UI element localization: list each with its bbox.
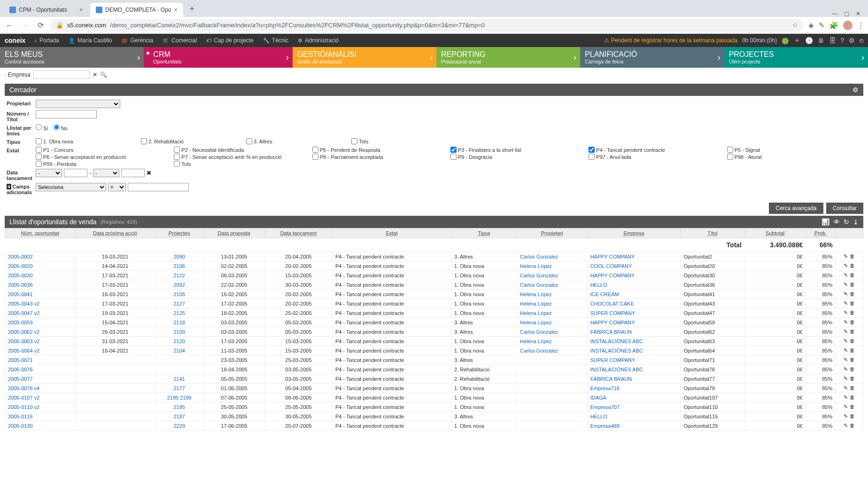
minimize-icon[interactable]: — <box>832 10 837 17</box>
module-yellow[interactable]: GESTIÓ/ANÀLISIGràfic de producció› <box>293 47 436 68</box>
camps-op-select[interactable]: = <box>108 183 126 191</box>
cell-propietari[interactable]: Carlos Gonzalez <box>517 252 587 261</box>
close-icon[interactable]: × <box>79 7 83 13</box>
column-header[interactable]: Tipus <box>451 228 517 238</box>
date-from-month[interactable]: - <box>36 169 62 177</box>
reload-icon[interactable]: ⟳ <box>36 19 46 31</box>
camps-value-input[interactable] <box>128 183 189 191</box>
plus-icon[interactable]: + <box>7 184 11 189</box>
edit-icon[interactable]: ✎ <box>844 366 848 372</box>
module-grey[interactable]: ELS MEUSControl accessos› <box>0 47 144 68</box>
estat-checkbox[interactable]: P97 - Anul·lada <box>589 154 723 160</box>
cell-num[interactable]: 2005-0071 <box>5 355 76 365</box>
delete-icon[interactable]: 🗑 <box>850 291 855 297</box>
tipus-checkbox[interactable]: 2. Rehabilitació <box>141 138 242 144</box>
date-to-month[interactable]: - <box>93 169 119 177</box>
extensions-icon[interactable]: 🧩 <box>829 21 838 30</box>
cell-propietari[interactable] <box>517 365 587 374</box>
cell-empresa[interactable]: IDAGA <box>587 393 681 402</box>
cell-proj[interactable] <box>155 365 203 374</box>
menu-icon[interactable]: ⋮ <box>857 21 864 30</box>
delete-icon[interactable]: 🗑 <box>850 300 855 306</box>
cell-propietari[interactable] <box>517 393 587 402</box>
cell-propietari[interactable]: Helena López <box>517 261 587 271</box>
edit-icon[interactable]: ✎ <box>844 385 848 391</box>
close-icon[interactable]: × <box>174 7 177 13</box>
cell-proj[interactable]: 2187 <box>155 412 203 421</box>
cell-empresa[interactable]: HELLO <box>587 412 681 421</box>
camps-field-select[interactable]: Selecciona <box>36 183 106 191</box>
export-icon[interactable]: ⤓ <box>853 218 859 226</box>
estat-checkbox[interactable]: P4 - Tancat pendent contracte <box>589 147 723 153</box>
edit-icon[interactable]: ✎ <box>844 310 848 316</box>
module-green[interactable]: REPORTINGPressupost anual› <box>436 47 580 68</box>
edit-icon[interactable]: ✎ <box>844 376 848 382</box>
edit-icon[interactable]: ✎ <box>844 291 848 297</box>
numero-input[interactable] <box>36 110 97 118</box>
column-header[interactable]: Data tancament <box>265 228 333 238</box>
ext-icon[interactable]: ◈ <box>808 21 814 30</box>
column-header[interactable]: Subtotal <box>744 228 806 238</box>
radio-si[interactable]: Sí <box>36 126 48 131</box>
estat-checkbox[interactable]: P5 - Signat <box>727 147 861 153</box>
tipus-checkbox[interactable]: 1. Obra nova <box>36 138 137 144</box>
cell-empresa[interactable]: Empresa489 <box>587 421 681 431</box>
edit-icon[interactable]: ✎ <box>844 404 848 410</box>
cell-num[interactable]: 2005-0047 v2 <box>5 308 76 318</box>
delete-icon[interactable]: 🗑 <box>850 394 855 401</box>
edit-icon[interactable]: ✎ <box>844 394 848 401</box>
edit-icon[interactable]: ✎ <box>844 347 848 354</box>
cell-propietari[interactable]: Helena López <box>517 318 587 327</box>
estat-checkbox[interactable]: P7 - Sense acceptació amb % en producció <box>174 154 308 160</box>
cell-empresa[interactable]: HAPPY COMPANY <box>587 252 681 261</box>
maximize-icon[interactable]: ▢ <box>844 10 849 17</box>
menu-tecnic[interactable]: 🔧Tècnic <box>263 37 288 44</box>
cell-empresa[interactable]: SUPER COMPANY <box>587 308 681 318</box>
cell-num[interactable]: 2005-0078 v4 <box>5 384 76 393</box>
delete-icon[interactable]: 🗑 <box>850 385 855 391</box>
menu-portada[interactable]: ⌂Portada <box>34 37 59 44</box>
delete-icon[interactable]: 🗑 <box>850 357 855 363</box>
cell-propietari[interactable]: Helena López <box>517 337 587 346</box>
cell-empresa[interactable]: Empresa707 <box>587 402 681 412</box>
new-tab-button[interactable]: + <box>185 1 200 17</box>
cell-empresa[interactable]: SUPER COMPANY <box>587 355 681 365</box>
browser-tab-0[interactable]: CPM - Oportunitats × <box>4 3 88 17</box>
tipus-checkbox[interactable]: 3. Altres <box>246 138 348 144</box>
delete-icon[interactable]: 🗑 <box>850 282 855 288</box>
column-header[interactable]: Data pròxima acció <box>75 228 155 238</box>
estat-checkbox[interactable]: P3 - Finalistes a la short list <box>450 147 585 153</box>
edit-icon[interactable]: ✎ <box>844 282 848 288</box>
cell-num[interactable]: 2005-0116 <box>5 412 76 421</box>
cell-propietari[interactable] <box>517 384 587 393</box>
edit-icon[interactable]: ✎ <box>844 423 848 429</box>
cell-empresa[interactable]: INSTALACIÓNES ABC <box>587 346 681 355</box>
cell-empresa[interactable]: ICE CREAM <box>587 290 681 299</box>
estat-checkbox[interactable]: P8 - Parcialment acceptada <box>312 154 447 160</box>
cell-num[interactable]: 2005-0002 <box>5 252 76 261</box>
column-header[interactable]: Propietari <box>517 228 587 238</box>
delete-icon[interactable]: 🗑 <box>850 423 855 429</box>
cell-num[interactable]: 2005-0059 <box>5 318 76 327</box>
delete-icon[interactable]: 🗑 <box>850 253 855 259</box>
delete-icon[interactable]: 🗑 <box>850 272 855 278</box>
browser-tab-1[interactable]: DEMO_COMPLETA - Opo × <box>90 3 183 17</box>
chart-icon[interactable]: 📊 <box>822 218 829 226</box>
estat-checkbox[interactable]: Tots <box>174 161 308 167</box>
cell-empresa[interactable]: INSTALACIÓNES ABC <box>587 337 681 346</box>
module-blue[interactable]: PLANIFICACIÓCàrrega de feina› <box>580 47 724 68</box>
cell-propietari[interactable]: Helena López <box>517 290 587 299</box>
edit-icon[interactable]: ✎ <box>844 413 848 419</box>
cell-num[interactable]: 2005-0036 <box>5 280 76 290</box>
propietari-select[interactable] <box>36 100 120 108</box>
cell-propietari[interactable]: Carlos Gonzalez <box>517 327 587 337</box>
menu-gerencia[interactable]: 💼Gerència <box>121 37 153 44</box>
clear-icon[interactable]: ✕ <box>93 71 97 78</box>
column-header[interactable]: Núm. oportunitat <box>5 228 76 238</box>
module-pink[interactable]: CRMOportunitats› <box>144 47 292 68</box>
edit-icon[interactable]: ✎ <box>844 329 848 335</box>
column-header[interactable]: Estat <box>332 228 451 238</box>
cell-num[interactable]: 2005-0107 v2 <box>5 393 76 402</box>
estat-checkbox[interactable]: P98 - Aturat <box>727 154 861 160</box>
cell-empresa[interactable]: Empresa716 <box>587 384 681 393</box>
